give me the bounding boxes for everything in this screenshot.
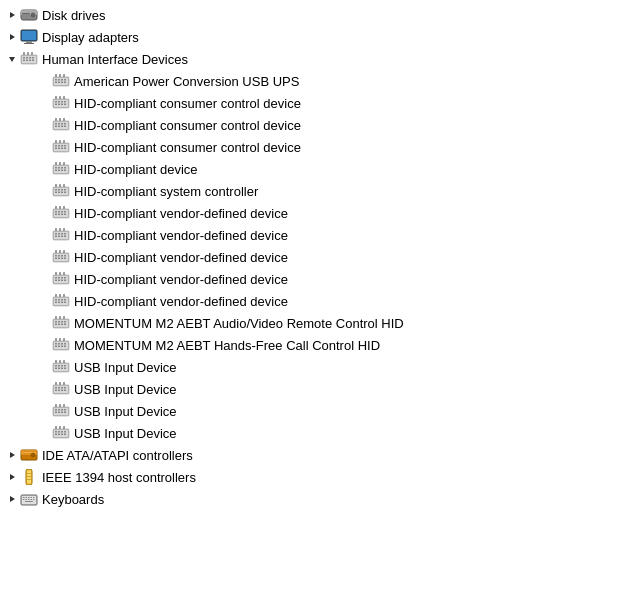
svg-rect-235 [55,431,57,433]
icon-hid-consumer-3 [52,139,70,155]
svg-rect-214 [58,390,60,392]
tree-item-hid-vendor-3[interactable]: HID-compliant vendor-defined device [0,246,621,268]
expand-icon-keyboards[interactable] [4,491,20,507]
svg-rect-157 [55,299,57,301]
svg-rect-243 [55,426,57,429]
svg-rect-213 [55,390,57,392]
svg-rect-237 [61,431,63,433]
expand-icon-ieee-1394[interactable] [4,469,20,485]
svg-rect-23 [27,52,29,55]
label-hid-vendor-4: HID-compliant vendor-defined device [74,272,288,287]
svg-rect-119 [58,233,60,235]
svg-rect-229 [64,412,66,414]
tree-item-hid-vendor-5[interactable]: HID-compliant vendor-defined device [0,290,621,312]
svg-rect-217 [55,382,57,385]
svg-rect-87 [55,162,57,165]
tree-item-apc-usb-ups[interactable]: American Power Conversion USB UPS [0,70,621,92]
tree-item-disk-drives[interactable]: Disk drives [0,4,621,26]
tree-item-display-adapters[interactable]: Display adapters [0,26,621,48]
no-toggle-hid-vendor-3 [36,249,52,265]
svg-rect-162 [58,302,60,304]
no-toggle-usb-input-2 [36,381,52,397]
svg-rect-204 [55,360,57,363]
svg-rect-128 [63,228,65,231]
svg-rect-112 [64,214,66,216]
tree-item-keyboards[interactable]: Keyboards [0,488,621,510]
svg-rect-172 [61,321,63,323]
svg-rect-132 [58,255,60,257]
no-toggle-usb-input-1 [36,359,52,375]
svg-rect-154 [63,272,65,275]
svg-rect-53 [55,123,57,125]
tree-item-usb-input-1[interactable]: USB Input Device [0,356,621,378]
svg-rect-16 [29,57,31,59]
svg-rect-167 [63,294,65,297]
svg-rect-203 [64,368,66,370]
label-usb-input-4: USB Input Device [74,426,177,441]
tree-item-hid-consumer-3[interactable]: HID-compliant consumer control device [0,136,621,158]
svg-rect-115 [63,206,65,209]
tree-item-usb-input-4[interactable]: USB Input Device [0,422,621,444]
tree-item-hid-vendor-2[interactable]: HID-compliant vendor-defined device [0,224,621,246]
tree-item-ieee-1394[interactable]: IEEE 1394 host controllers [0,466,621,488]
svg-rect-63 [63,118,65,121]
label-hid-vendor-5: HID-compliant vendor-defined device [74,294,288,309]
tree-item-hid-vendor-1[interactable]: HID-compliant vendor-defined device [0,202,621,224]
label-keyboards: Keyboards [42,492,104,507]
svg-rect-18 [23,60,25,62]
icon-ide-controllers [20,447,38,463]
tree-item-usb-input-2[interactable]: USB Input Device [0,378,621,400]
icon-keyboards [20,491,38,507]
svg-rect-58 [58,126,60,128]
tree-item-hid-consumer-2[interactable]: HID-compliant consumer control device [0,114,621,136]
svg-rect-41 [58,101,60,103]
svg-rect-97 [58,192,60,194]
svg-rect-148 [55,280,57,282]
svg-rect-239 [55,434,57,436]
icon-hid-consumer-2 [52,117,70,133]
collapse-icon-human-interface-devices[interactable] [4,51,20,67]
svg-rect-136 [58,258,60,260]
svg-rect-106 [58,211,60,213]
svg-rect-124 [61,236,63,238]
svg-marker-5 [10,34,15,40]
svg-rect-94 [61,189,63,191]
tree-item-hid-vendor-4[interactable]: HID-compliant vendor-defined device [0,268,621,290]
svg-rect-32 [58,82,60,84]
svg-rect-133 [61,255,63,257]
svg-rect-9 [26,41,32,43]
svg-rect-175 [58,324,60,326]
tree-item-momentum-m2-hf[interactable]: MOMENTUM M2 AEBT Hands-Free Call Control… [0,334,621,356]
svg-rect-10 [24,43,34,44]
svg-rect-249 [22,452,36,453]
tree-item-usb-input-3[interactable]: USB Input Device [0,400,621,422]
svg-rect-84 [58,170,60,172]
tree-item-hid-consumer-1[interactable]: HID-compliant consumer control device [0,92,621,114]
expand-icon-ide-controllers[interactable] [4,447,20,463]
tree-item-momentum-m2-av[interactable]: MOMENTUM M2 AEBT Audio/Video Remote Cont… [0,312,621,334]
icon-hid-device [52,161,70,177]
tree-item-ide-controllers[interactable]: IDE ATA/ATAPI controllers [0,444,621,466]
svg-rect-134 [64,255,66,257]
svg-rect-245 [63,426,65,429]
tree-item-hid-system-controller[interactable]: HID-compliant system controller [0,180,621,202]
expand-icon-display-adapters[interactable] [4,29,20,45]
svg-rect-232 [63,404,65,407]
svg-rect-266 [26,499,28,500]
svg-rect-127 [59,228,61,231]
svg-rect-260 [23,497,25,498]
svg-rect-180 [63,316,65,319]
svg-rect-22 [23,52,25,55]
svg-rect-71 [58,148,60,150]
tree-item-human-interface-devices[interactable]: Human Interface Devices [0,48,621,70]
svg-rect-80 [58,167,60,169]
svg-rect-82 [64,167,66,169]
svg-rect-261 [26,497,28,498]
icon-usb-input-3 [52,403,70,419]
svg-rect-70 [55,148,57,150]
svg-rect-45 [58,104,60,106]
tree-item-hid-device[interactable]: HID-compliant device [0,158,621,180]
svg-rect-165 [55,294,57,297]
svg-rect-200 [55,368,57,370]
expand-icon-disk-drives[interactable] [4,7,20,23]
